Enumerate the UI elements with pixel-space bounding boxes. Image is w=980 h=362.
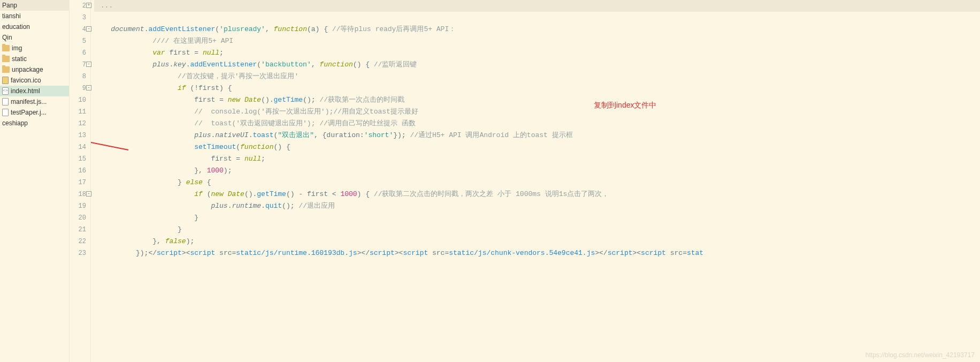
file-icon (2, 77, 9, 84)
code-line: first = new Date().getTime(); //获取第一次点击的… (94, 94, 980, 106)
line-number: 22 (70, 236, 90, 247)
line-number: 8 (70, 71, 90, 82)
code-line: //首次按键，提示'再按一次退出应用' (94, 71, 980, 82)
code-line: if (!first) { (94, 82, 980, 94)
code-line: }, false); (94, 236, 980, 247)
tree-label: static (12, 55, 27, 63)
tree-item-panp[interactable]: Panp (0, 0, 69, 11)
file-tree-sidebar: Panp tianshi education Qin img static un… (0, 0, 70, 362)
tree-item-index-html[interactable]: index.html (0, 86, 69, 96)
tree-item-qin[interactable]: Qin (0, 32, 69, 43)
line-number: 21 (70, 224, 90, 236)
code-line: document.addEventListener('plusready', f… (94, 24, 980, 35)
code-area[interactable]: ... document.addEventListener('plusready… (91, 0, 980, 362)
tree-item-tianshi[interactable]: tianshi (0, 11, 69, 21)
tree-item-static[interactable]: static (0, 54, 69, 64)
line-number: 6 (70, 47, 90, 59)
line-number: 4- (70, 24, 90, 35)
code-line: } (94, 212, 980, 224)
code-line: first = null; (94, 153, 980, 165)
folder-icon (2, 45, 10, 51)
line-number: 10 (70, 94, 90, 106)
tree-label: tianshi (2, 12, 21, 20)
code-line: //// 在这里调用5+ API (94, 35, 980, 47)
file-icon (2, 87, 9, 95)
code-line: setTimeout(function() { (94, 141, 980, 153)
watermark-text: https://blog.csdn.net/weixin_42193717 (866, 351, 975, 359)
code-line: plus.key.addEventListener('backbutton', … (94, 59, 980, 71)
tree-label: index.html (11, 87, 40, 95)
line-number: 23 (70, 247, 90, 259)
line-number: 17 (70, 177, 90, 188)
tree-item-ceshiapp[interactable]: ceshiapp (0, 118, 69, 129)
code-line (94, 12, 980, 24)
tree-item-favicon[interactable]: favicon.ico (0, 75, 69, 86)
folder-icon (2, 66, 10, 73)
line-number: 15 (70, 153, 90, 165)
code-editor[interactable]: 2+ 3 4- 5 6 7- 8 9- 10 11 12 13 14 15 16… (70, 0, 980, 362)
line-number: 7- (70, 59, 90, 71)
code-line: plus.runtime.quit(); //退出应用 (94, 200, 980, 212)
tree-item-manifest[interactable]: manifest.js... (0, 96, 69, 107)
line-number: 19 (70, 200, 90, 212)
line-number: 16 (70, 165, 90, 177)
tree-label: ceshiapp (2, 119, 28, 127)
tree-item-unpackage[interactable]: unpackage (0, 64, 69, 75)
line-number: 5 (70, 35, 90, 47)
code-line: });</script><script src=static/js/runtim… (94, 247, 980, 259)
tree-label: Panp (2, 2, 17, 9)
tree-label: Qin (2, 34, 12, 41)
tree-item-testpaper[interactable]: testPaper.j... (0, 107, 69, 118)
code-line: // toast('双击返回键退出应用'); //调用自己写的吐丝提示 函数 (94, 118, 980, 130)
line-number-gutter: 2+ 3 4- 5 6 7- 8 9- 10 11 12 13 14 15 16… (70, 0, 91, 362)
file-icon (2, 109, 9, 116)
code-line: }, 1000); (94, 165, 980, 177)
code-line: } else { (94, 177, 980, 188)
tree-label: img (12, 44, 22, 52)
line-number: 3 (70, 12, 90, 24)
code-line: if (new Date().getTime() - first < 1000)… (94, 188, 980, 200)
tree-label: testPaper.j... (11, 109, 47, 116)
line-number: 11 (70, 106, 90, 118)
tree-label: favicon.ico (11, 77, 41, 84)
code-line: ... (94, 0, 980, 12)
line-number: 20 (70, 212, 90, 224)
line-number: 2+ (70, 0, 90, 12)
line-number: 18- (70, 188, 90, 200)
line-number: 12 (70, 118, 90, 130)
code-line: } (94, 224, 980, 236)
annotation-text: 复制到index文件中 (594, 101, 656, 110)
file-icon (2, 98, 9, 105)
tree-label: education (2, 23, 30, 31)
line-number: 14 (70, 141, 90, 153)
tree-item-education[interactable]: education (0, 21, 69, 32)
line-number: 9- (70, 82, 90, 94)
line-number: 13 (70, 130, 90, 141)
code-line: plus.nativeUI.toast("双击退出", {duration:'s… (94, 130, 980, 141)
tree-label: unpackage (12, 66, 43, 73)
code-line: var first = null; (94, 47, 980, 59)
tree-label: manifest.js... (11, 98, 47, 105)
folder-icon (2, 56, 10, 62)
tree-item-img[interactable]: img (0, 43, 69, 54)
code-line: // console.log('再按一次退出应用');//用自定义toast提示… (94, 106, 980, 118)
